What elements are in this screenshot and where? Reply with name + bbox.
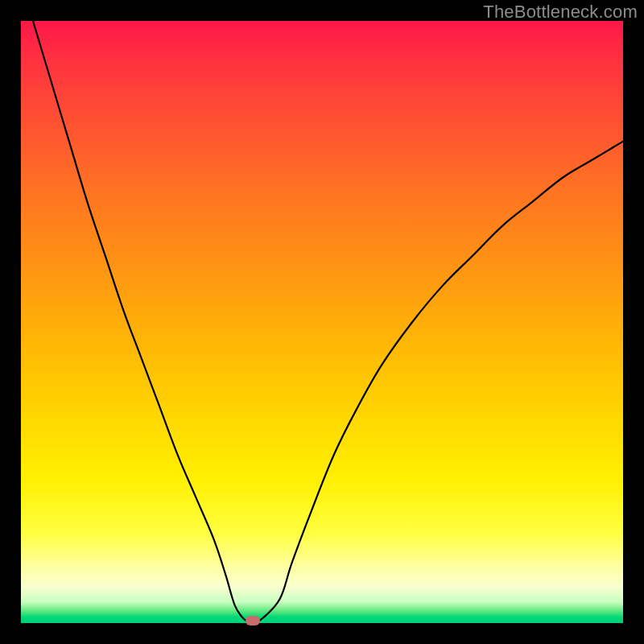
curve-svg: [21, 21, 623, 623]
bottleneck-curve: [33, 21, 623, 621]
plot-area: [21, 21, 623, 623]
watermark-text: TheBottleneck.com: [483, 2, 638, 23]
optimal-point-marker: [246, 616, 260, 625]
chart-frame: TheBottleneck.com: [0, 0, 644, 644]
